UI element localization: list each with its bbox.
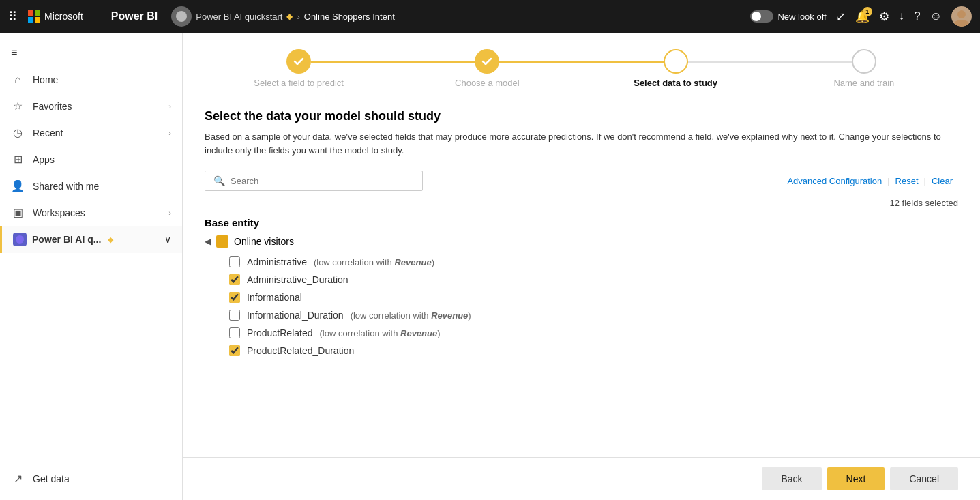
sidebar-item-home[interactable]: ⌂ Home <box>0 67 182 93</box>
nav-right-icons: New look off ⤢ 🔔 1 ⚙ ↓ ? ☺ <box>750 6 972 27</box>
step-3: Select data to study <box>582 49 770 88</box>
action-links: Advanced Configuration | Reset | Clear <box>787 176 958 186</box>
new-look-label: New look off <box>777 12 826 22</box>
chevron-right-icon-recent: › <box>168 129 171 137</box>
field-checkbox-administrative-duration[interactable] <box>229 274 240 285</box>
breadcrumb-separator: › <box>297 12 299 22</box>
cancel-button[interactable]: Cancel <box>890 467 958 490</box>
microsoft-logo: Microsoft <box>28 10 83 23</box>
chevron-right-icon: › <box>168 102 171 111</box>
sidebar-item-favorites[interactable]: ☆ Favorites › <box>0 93 182 119</box>
step-3-circle <box>664 49 688 74</box>
sidebar: ≡ ⌂ Home ☆ Favorites › ◷ Recent › ⊞ Apps… <box>0 33 183 500</box>
favorites-icon: ☆ <box>11 100 25 113</box>
sidebar-label-getdata: Get data <box>33 473 70 484</box>
field-label-productrelated: ProductRelated <box>247 327 313 338</box>
chevron-down-icon: ∨ <box>164 234 171 245</box>
workspaces-icon: ▣ <box>11 206 25 219</box>
back-button[interactable]: Back <box>762 467 821 490</box>
step-3-label: Select data to study <box>634 78 717 88</box>
user-avatar[interactable] <box>951 6 972 27</box>
step-2-circle <box>475 49 499 74</box>
field-item-productrelated: ProductRelated (low correlation with Rev… <box>229 324 958 342</box>
main-content: Select a field to predict Choose a model… <box>183 33 980 500</box>
entity-icon <box>216 235 228 248</box>
top-navigation: ⠿ Microsoft Power BI Power BI AI quickst… <box>0 0 980 33</box>
sidebar-label-workspaces: Workspaces <box>33 207 85 218</box>
apps-icon: ⊞ <box>11 153 25 166</box>
collapse-icon[interactable]: ◀ <box>205 237 211 246</box>
breadcrumb-workspace[interactable]: Power BI AI quickstart <box>196 12 282 22</box>
field-item-informational-duration: Informational_Duration (low correlation … <box>229 306 958 324</box>
step-1-circle <box>286 49 311 74</box>
reset-link[interactable]: Reset <box>895 176 919 186</box>
field-item-informational: Informational <box>229 289 958 306</box>
breadcrumb-current: Online Shoppers Intent <box>304 12 395 22</box>
sidebar-label-powerbi-ai: Power BI AI q... <box>32 234 101 245</box>
settings-icon[interactable]: ⚙ <box>879 10 889 24</box>
sidebar-label-apps: Apps <box>33 154 55 165</box>
apps-grid-icon[interactable]: ⠿ <box>8 9 17 24</box>
next-button[interactable]: Next <box>827 467 885 490</box>
notification-badge: 1 <box>863 7 872 16</box>
page-description: Based on a sample of your data, we've se… <box>205 130 955 157</box>
new-look-toggle[interactable] <box>750 10 773 23</box>
sidebar-item-getdata[interactable]: ↗ Get data <box>11 465 171 492</box>
svg-point-3 <box>16 235 24 244</box>
sidebar-menu-button[interactable]: ≡ <box>0 38 182 67</box>
page-title: Select the data your model should study <box>205 109 958 123</box>
field-note-informational-duration: (low correlation with Revenue) <box>351 310 471 321</box>
svg-point-1 <box>957 10 966 18</box>
field-item-administrative-duration: Administrative_Duration <box>229 271 958 289</box>
step-2: Choose a model <box>393 49 581 88</box>
section-title: Base entity <box>205 217 958 229</box>
field-item-productrelated-duration: ProductRelated_Duration <box>229 342 958 359</box>
sidebar-label-home: Home <box>33 74 58 85</box>
getdata-icon: ↗ <box>11 472 25 485</box>
recent-icon: ◷ <box>11 126 25 139</box>
field-checkbox-informational[interactable] <box>229 292 240 303</box>
help-icon[interactable]: ? <box>914 10 920 23</box>
step-2-label: Choose a model <box>455 78 520 88</box>
svg-rect-4 <box>218 237 226 246</box>
feedback-icon[interactable]: ☺ <box>930 10 942 23</box>
nav-divider <box>100 8 100 25</box>
home-icon: ⌂ <box>11 74 25 86</box>
clear-link[interactable]: Clear <box>932 176 953 186</box>
field-checkbox-productrelated-duration[interactable] <box>229 345 240 356</box>
workspace-avatar <box>171 6 192 27</box>
chevron-right-icon-ws: › <box>168 209 171 217</box>
search-actions-row: 🔍 Advanced Configuration | Reset | Clear <box>205 171 958 191</box>
sidebar-item-apps[interactable]: ⊞ Apps <box>0 146 182 173</box>
ms-squares <box>28 10 40 23</box>
sidebar-item-recent[interactable]: ◷ Recent › <box>0 119 182 146</box>
search-box[interactable]: 🔍 <box>205 171 423 191</box>
entity-header: ◀ Online visitors <box>205 235 958 248</box>
sidebar-item-workspaces[interactable]: ▣ Workspaces › <box>0 199 182 226</box>
stepper: Select a field to predict Choose a model… <box>205 49 958 90</box>
field-checkbox-informational-duration[interactable] <box>229 310 240 321</box>
expand-icon[interactable]: ⤢ <box>836 10 846 24</box>
field-list: Administrative (low correlation with Rev… <box>205 253 958 359</box>
diamond-icon: ◆ <box>108 235 113 244</box>
sidebar-bottom: ↗ Get data <box>0 457 182 500</box>
field-checkbox-productrelated[interactable] <box>229 327 240 338</box>
download-icon[interactable]: ↓ <box>899 10 905 23</box>
step-4-label: Name and train <box>833 78 894 88</box>
search-input[interactable] <box>231 176 414 186</box>
notifications-icon[interactable]: 🔔 1 <box>855 10 870 24</box>
sidebar-item-powerbi-ai[interactable]: Power BI AI q... ◆ ∨ <box>0 226 182 253</box>
step-4-circle <box>852 49 876 74</box>
field-checkbox-administrative[interactable] <box>229 256 240 267</box>
bottom-bar: Back Next Cancel <box>183 457 980 500</box>
search-icon: 🔍 <box>213 175 225 186</box>
sidebar-item-shared[interactable]: 👤 Shared with me <box>0 173 182 199</box>
field-label-administrative: Administrative <box>247 256 307 267</box>
powerbi-label: Power BI <box>111 10 158 23</box>
field-label-informational: Informational <box>247 292 302 303</box>
sidebar-label-recent: Recent <box>33 128 63 138</box>
ms-label: Microsoft <box>44 11 83 22</box>
new-look-toggle-group[interactable]: New look off <box>750 10 826 23</box>
step-1: Select a field to predict <box>205 49 393 88</box>
advanced-configuration-link[interactable]: Advanced Configuration <box>787 176 882 186</box>
